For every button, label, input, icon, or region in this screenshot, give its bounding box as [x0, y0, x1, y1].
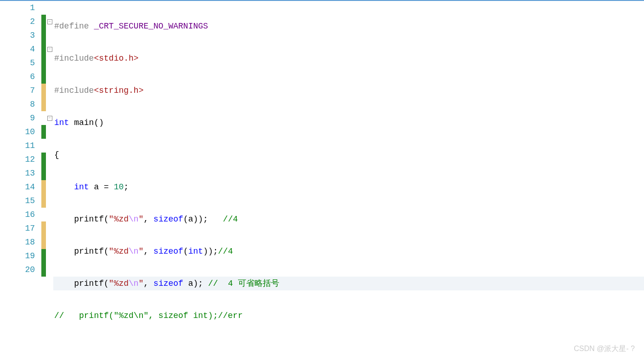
fold-slot — [46, 56, 53, 70]
fold-slot — [46, 208, 53, 221]
string-literal: " — [139, 247, 144, 256]
change-marker — [41, 1, 46, 15]
line-number: 12 — [0, 153, 35, 166]
keyword: int — [74, 182, 89, 192]
fold-slot — [46, 153, 53, 166]
change-marker-saved — [41, 15, 46, 28]
string-literal: "%zd — [109, 247, 129, 256]
code-line[interactable]: printf("%zd\n", sizeof(a)); //4 — [53, 212, 644, 226]
line-number: 14 — [0, 180, 35, 194]
code-text: , — [143, 215, 153, 224]
string-literal: "%zd — [109, 279, 129, 288]
escape-char: \n — [129, 215, 139, 224]
code-line[interactable]: { — [53, 148, 644, 162]
change-marker-saved — [41, 153, 46, 166]
code-text: ( — [183, 247, 188, 256]
change-marker-saved — [41, 28, 46, 42]
code-text: main() — [69, 118, 104, 127]
header-include: <string.h> — [94, 86, 143, 95]
fold-slot: − — [46, 15, 53, 28]
fold-slot — [46, 97, 53, 111]
change-marker-saved — [41, 70, 46, 84]
line-number-gutter: 1 2 3 4 5 6 7 8 9 10 11 12 13 14 15 16 1… — [0, 1, 41, 363]
fold-slot — [46, 70, 53, 84]
comment: //4 — [223, 215, 237, 224]
code-line[interactable]: #include<stdio.h> — [53, 51, 644, 65]
code-text: ; — [124, 182, 129, 192]
change-marker-modified — [41, 180, 46, 194]
fold-slot — [46, 221, 53, 235]
line-number: 7 — [0, 84, 35, 97]
fold-slot: − — [46, 111, 53, 125]
fold-slot — [46, 235, 53, 249]
line-number: 5 — [0, 56, 35, 70]
string-literal: "%zd — [109, 215, 129, 224]
code-line[interactable]: printf("%zd\n", sizeof(int));//4 — [53, 244, 644, 258]
escape-char: \n — [129, 279, 139, 288]
change-marker-saved — [41, 56, 46, 70]
code-line-active[interactable]: printf("%zd\n", sizeof a); // 4 可省略括号 — [53, 277, 644, 290]
line-number: 8 — [0, 97, 35, 111]
fold-collapse-icon[interactable]: − — [47, 47, 52, 52]
change-marker — [41, 111, 46, 125]
fold-slot — [46, 249, 53, 263]
change-marker-modified — [41, 84, 46, 97]
preprocessor: #define — [54, 22, 94, 31]
fold-collapse-icon[interactable]: − — [47, 19, 52, 24]
string-literal: " — [139, 279, 144, 288]
code-text: { — [54, 150, 59, 159]
fold-slot — [46, 28, 53, 42]
code-line[interactable] — [53, 341, 644, 355]
fold-collapse-icon[interactable]: − — [47, 116, 52, 121]
change-marker — [41, 139, 46, 153]
line-number: 10 — [0, 125, 35, 139]
preprocessor: #include — [54, 54, 94, 63]
line-number: 13 — [0, 166, 35, 180]
fold-gutter: − − − — [46, 1, 53, 363]
line-number: 2 — [0, 15, 35, 28]
fold-slot — [46, 166, 53, 180]
fold-slot — [46, 194, 53, 208]
change-marker-saved — [41, 166, 46, 180]
code-line[interactable]: #include<string.h> — [53, 84, 644, 97]
line-number: 9 — [0, 111, 35, 125]
change-marker-saved — [41, 249, 46, 263]
fold-slot — [46, 125, 53, 139]
escape-char: \n — [129, 247, 139, 256]
line-number: 19 — [0, 249, 35, 263]
code-text: a = — [89, 182, 114, 192]
change-marker-modified — [41, 97, 46, 111]
watermark: CSDN @派大星- ? — [574, 344, 635, 354]
line-number: 1 — [0, 1, 35, 15]
change-marker-saved — [41, 42, 46, 56]
change-marker-modified — [41, 221, 46, 235]
fold-slot — [46, 139, 53, 153]
code-line[interactable]: int main() — [53, 116, 644, 130]
code-line[interactable]: // printf("%zd\n", sizeof int);//err — [53, 309, 644, 323]
code-line[interactable]: int a = 10; — [53, 180, 644, 194]
code-editor[interactable]: 1 2 3 4 5 6 7 8 9 10 11 12 13 14 15 16 1… — [0, 0, 644, 363]
line-number: 17 — [0, 221, 35, 235]
code-text: , — [143, 279, 153, 288]
line-number: 11 — [0, 139, 35, 153]
code-text: printf( — [74, 215, 109, 224]
line-number: 15 — [0, 194, 35, 208]
code-line[interactable]: #define _CRT_SECURE_NO_WARNINGS — [53, 19, 644, 33]
keyword: sizeof — [153, 279, 183, 288]
fold-slot — [46, 263, 53, 277]
line-number: 18 — [0, 235, 35, 249]
comment: //4 — [218, 247, 233, 256]
code-text: , — [143, 247, 153, 256]
header-include: <stdio.h> — [94, 54, 138, 63]
change-marker-modified — [41, 235, 46, 249]
code-content[interactable]: #define _CRT_SECURE_NO_WARNINGS #include… — [53, 1, 644, 363]
fold-slot: − — [46, 42, 53, 56]
preprocessor: #include — [54, 86, 94, 95]
code-text: )); — [203, 247, 218, 256]
keyword: int — [188, 247, 203, 256]
line-number: 16 — [0, 208, 35, 221]
code-text: (a)); — [183, 215, 223, 224]
change-marker-saved — [41, 125, 46, 139]
keyword: sizeof — [153, 247, 183, 256]
line-number: 20 — [0, 263, 35, 277]
